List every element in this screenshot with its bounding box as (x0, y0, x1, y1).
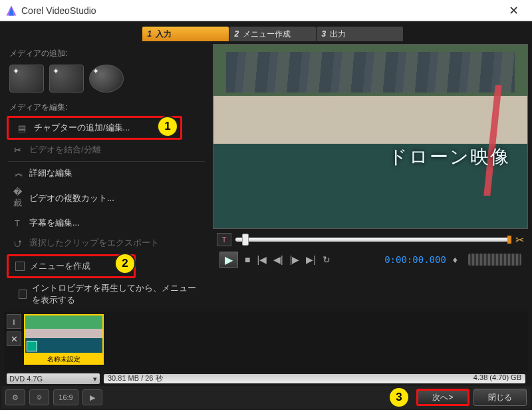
intro-label: イントロビデオを再生してから、メニューを表示する (32, 282, 202, 306)
intro-checkbox[interactable] (19, 290, 27, 299)
remove-clip-button[interactable]: ✕ (7, 331, 21, 346)
create-menu-checkbox[interactable] (15, 262, 25, 271)
capacity-meter: 30.81 MB / 26 秒 4.38 (4.70) GB (104, 374, 525, 383)
add-disc-button[interactable] (89, 65, 124, 93)
next-clip-button[interactable]: ▶| (306, 254, 316, 265)
advanced-label: 詳細な編集 (29, 167, 72, 179)
close-dialog-button[interactable]: 閉じる (473, 389, 527, 406)
settings-burn-button[interactable]: ⚙ (5, 389, 25, 405)
timecode: 0:00:00.000 (384, 254, 446, 265)
scrub-track[interactable] (235, 238, 511, 242)
multicut-label: ビデオの複数カット... (29, 192, 114, 204)
add-vsp-button[interactable] (49, 65, 84, 93)
repeat-button[interactable]: ↻ (323, 254, 331, 265)
add-media-label: メディアの追加: (9, 48, 206, 59)
title-safe-icon[interactable]: T (217, 233, 231, 246)
step-back-button[interactable]: ◀| (273, 254, 283, 265)
subtitle-icon: T (11, 218, 24, 228)
play-button[interactable]: ▶ (219, 252, 238, 268)
create-menu-label: メニューを作成 (30, 260, 90, 272)
clip-strip: i ✕ 名称未設定 (4, 311, 528, 371)
step-output[interactable]: 3出力 (317, 27, 403, 41)
split-icon[interactable]: ✂ (515, 234, 524, 246)
step-input[interactable]: 1入力 (142, 27, 229, 41)
join-split-label: ビデオを結合/分離 (29, 144, 101, 156)
wizard-steps: 1入力 2メニュー作成 3出力 (1, 24, 531, 41)
multicut-item[interactable]: �裁 ビデオの複数カット... (4, 183, 209, 213)
prev-clip-button[interactable]: |◀ (257, 254, 267, 265)
next-button[interactable]: 次へ> (416, 389, 469, 406)
jog-wheel[interactable] (468, 254, 521, 266)
clip-thumbnail[interactable]: 名称未設定 (24, 314, 104, 365)
capacity-total: 4.38 (4.70) GB (473, 374, 521, 381)
scissors-icon: ✂ (11, 145, 24, 155)
export-clip-label: 選択したクリップをエクスポート (29, 237, 159, 249)
annotation-badge-1: 1 (158, 117, 177, 136)
create-menu-checkbox-row[interactable]: メニューを作成 (9, 256, 134, 276)
scrub-thumb[interactable] (242, 234, 249, 246)
step-menu[interactable]: 2メニュー作成 (229, 27, 316, 41)
preview-pane: ドローン映像 (213, 44, 528, 229)
step-fwd-button[interactable]: |▶ (290, 254, 300, 265)
annotation-badge-3: 3 (390, 388, 408, 407)
join-split-item: ✂ ビデオを結合/分離 (4, 140, 209, 160)
chapter-edit-item[interactable]: ▤ チャプターの追加/編集... (9, 118, 180, 138)
info-button[interactable]: i (7, 314, 21, 329)
disc-type-select[interactable]: DVD 4.7G▾ (7, 373, 100, 384)
subtitles-item[interactable]: T 字幕を編集... (4, 213, 209, 233)
window-title: Corel VideoStudio (21, 5, 500, 16)
timecode-stepper[interactable]: ♦ (453, 254, 458, 265)
aspect-169-button[interactable]: 16:9 (53, 389, 78, 405)
subtitles-label: 字幕を編集... (29, 217, 80, 229)
chapter-icon: ▤ (15, 123, 29, 133)
clip-caption: 名称未設定 (24, 354, 104, 365)
annotation-badge-2: 2 (116, 254, 134, 273)
chapter-edit-label: チャプターの追加/編集... (34, 122, 130, 134)
multicut-icon: �裁 (11, 187, 24, 209)
app-logo-icon (5, 5, 17, 17)
preview-watermark: ドローン映像 (388, 144, 510, 170)
collapse-icon: ︽ (11, 167, 24, 179)
export-icon: ⮍ (11, 238, 24, 248)
advanced-toggle[interactable]: ︽ 詳細な編集 (4, 163, 209, 183)
close-button[interactable]: ✕ (500, 3, 527, 18)
capacity-used: 30.81 MB / 26 秒 (108, 374, 163, 383)
export-clip-item: ⮍ 選択したクリップをエクスポート (4, 233, 209, 253)
intro-then-menu-row[interactable]: イントロビデオを再生してから、メニューを表示する (4, 278, 209, 310)
edit-media-label: メディアを編集: (9, 102, 206, 113)
preview-play-button[interactable]: ▶ (82, 389, 102, 405)
titlebar: Corel VideoStudio ✕ (0, 0, 532, 21)
add-video-button[interactable] (9, 65, 44, 93)
settings-project-button[interactable]: ⛭ (29, 389, 49, 405)
stop-button[interactable]: ■ (245, 254, 250, 265)
